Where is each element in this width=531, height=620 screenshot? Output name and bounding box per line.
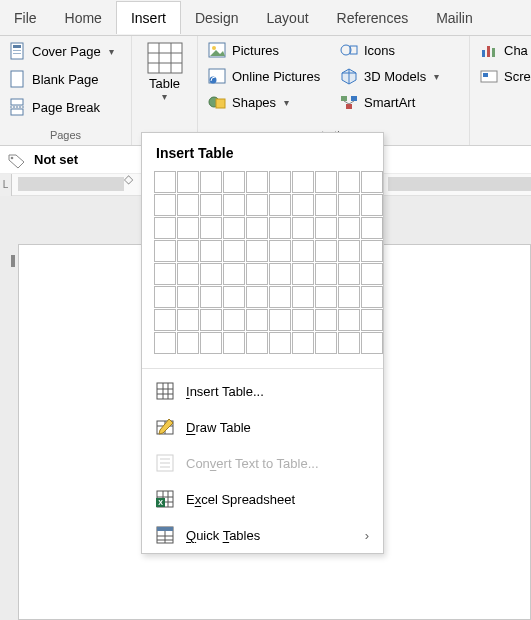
grid-cell[interactable] bbox=[361, 217, 383, 239]
tab-layout[interactable]: Layout bbox=[253, 2, 323, 34]
screenshot-button[interactable]: Scre bbox=[478, 66, 522, 86]
3d-models-button[interactable]: 3D Models ▾ bbox=[338, 66, 441, 86]
grid-cell[interactable] bbox=[177, 309, 199, 331]
icons-button[interactable]: Icons bbox=[338, 40, 397, 60]
grid-cell[interactable] bbox=[315, 194, 337, 216]
grid-cell[interactable] bbox=[315, 286, 337, 308]
shapes-button[interactable]: Shapes ▾ bbox=[206, 92, 324, 112]
page-break-button[interactable]: Page Break bbox=[8, 96, 123, 118]
grid-cell[interactable] bbox=[361, 286, 383, 308]
grid-cell[interactable] bbox=[246, 309, 268, 331]
grid-cell[interactable] bbox=[246, 217, 268, 239]
grid-cell[interactable] bbox=[361, 332, 383, 354]
grid-cell[interactable] bbox=[292, 171, 314, 193]
grid-cell[interactable] bbox=[292, 286, 314, 308]
grid-cell[interactable] bbox=[223, 332, 245, 354]
grid-cell[interactable] bbox=[177, 240, 199, 262]
grid-cell[interactable] bbox=[246, 171, 268, 193]
cover-page-button[interactable]: Cover Page ▾ bbox=[8, 40, 123, 62]
smartart-button[interactable]: SmartArt bbox=[338, 92, 417, 112]
tab-home[interactable]: Home bbox=[51, 2, 116, 34]
grid-cell[interactable] bbox=[292, 217, 314, 239]
grid-cell[interactable] bbox=[361, 171, 383, 193]
grid-cell[interactable] bbox=[315, 240, 337, 262]
quick-tables-item[interactable]: Quick Tables › bbox=[142, 517, 383, 553]
grid-cell[interactable] bbox=[292, 263, 314, 285]
grid-cell[interactable] bbox=[315, 263, 337, 285]
pictures-button[interactable]: Pictures bbox=[206, 40, 324, 60]
indent-marker-icon[interactable]: ◇ bbox=[124, 172, 133, 186]
grid-cell[interactable] bbox=[315, 171, 337, 193]
grid-cell[interactable] bbox=[177, 217, 199, 239]
grid-cell[interactable] bbox=[200, 286, 222, 308]
grid-cell[interactable] bbox=[338, 309, 360, 331]
grid-cell[interactable] bbox=[223, 309, 245, 331]
grid-cell[interactable] bbox=[223, 194, 245, 216]
tab-file[interactable]: File bbox=[0, 2, 51, 34]
grid-cell[interactable] bbox=[269, 217, 291, 239]
grid-cell[interactable] bbox=[292, 194, 314, 216]
grid-cell[interactable] bbox=[269, 240, 291, 262]
grid-cell[interactable] bbox=[361, 263, 383, 285]
grid-cell[interactable] bbox=[223, 263, 245, 285]
grid-cell[interactable] bbox=[223, 286, 245, 308]
grid-cell[interactable] bbox=[177, 332, 199, 354]
grid-cell[interactable] bbox=[223, 217, 245, 239]
grid-cell[interactable] bbox=[315, 332, 337, 354]
grid-cell[interactable] bbox=[338, 217, 360, 239]
grid-cell[interactable] bbox=[177, 171, 199, 193]
grid-cell[interactable] bbox=[269, 263, 291, 285]
grid-cell[interactable] bbox=[246, 240, 268, 262]
grid-cell[interactable] bbox=[200, 332, 222, 354]
grid-cell[interactable] bbox=[200, 171, 222, 193]
grid-cell[interactable] bbox=[154, 240, 176, 262]
grid-cell[interactable] bbox=[269, 332, 291, 354]
table-button[interactable]: Table ▾ bbox=[137, 40, 193, 104]
grid-cell[interactable] bbox=[200, 309, 222, 331]
grid-cell[interactable] bbox=[200, 263, 222, 285]
grid-cell[interactable] bbox=[338, 263, 360, 285]
grid-cell[interactable] bbox=[361, 240, 383, 262]
grid-cell[interactable] bbox=[292, 332, 314, 354]
tab-mailings[interactable]: Mailin bbox=[422, 2, 487, 34]
grid-cell[interactable] bbox=[246, 332, 268, 354]
grid-cell[interactable] bbox=[154, 309, 176, 331]
grid-cell[interactable] bbox=[223, 240, 245, 262]
grid-cell[interactable] bbox=[177, 263, 199, 285]
grid-cell[interactable] bbox=[338, 286, 360, 308]
grid-cell[interactable] bbox=[269, 171, 291, 193]
grid-cell[interactable] bbox=[246, 194, 268, 216]
grid-cell[interactable] bbox=[154, 171, 176, 193]
draw-table-item[interactable]: Draw Table bbox=[142, 409, 383, 445]
grid-cell[interactable] bbox=[246, 263, 268, 285]
grid-cell[interactable] bbox=[315, 309, 337, 331]
grid-cell[interactable] bbox=[269, 194, 291, 216]
grid-cell[interactable] bbox=[338, 171, 360, 193]
grid-cell[interactable] bbox=[223, 171, 245, 193]
grid-cell[interactable] bbox=[200, 240, 222, 262]
excel-spreadsheet-item[interactable]: X Excel Spreadsheet bbox=[142, 481, 383, 517]
table-size-grid[interactable] bbox=[142, 171, 383, 364]
grid-cell[interactable] bbox=[177, 286, 199, 308]
chart-button[interactable]: Cha bbox=[478, 40, 522, 60]
grid-cell[interactable] bbox=[154, 217, 176, 239]
tab-design[interactable]: Design bbox=[181, 2, 253, 34]
grid-cell[interactable] bbox=[154, 263, 176, 285]
grid-cell[interactable] bbox=[154, 332, 176, 354]
grid-cell[interactable] bbox=[246, 286, 268, 308]
grid-cell[interactable] bbox=[269, 286, 291, 308]
grid-cell[interactable] bbox=[292, 309, 314, 331]
grid-cell[interactable] bbox=[200, 194, 222, 216]
tab-references[interactable]: References bbox=[323, 2, 423, 34]
grid-cell[interactable] bbox=[361, 309, 383, 331]
grid-cell[interactable] bbox=[338, 194, 360, 216]
grid-cell[interactable] bbox=[292, 240, 314, 262]
grid-cell[interactable] bbox=[154, 286, 176, 308]
grid-cell[interactable] bbox=[361, 194, 383, 216]
grid-cell[interactable] bbox=[315, 217, 337, 239]
grid-cell[interactable] bbox=[177, 194, 199, 216]
tab-insert[interactable]: Insert bbox=[116, 1, 181, 34]
grid-cell[interactable] bbox=[200, 217, 222, 239]
grid-cell[interactable] bbox=[269, 309, 291, 331]
insert-table-item[interactable]: Insert Table... bbox=[142, 373, 383, 409]
